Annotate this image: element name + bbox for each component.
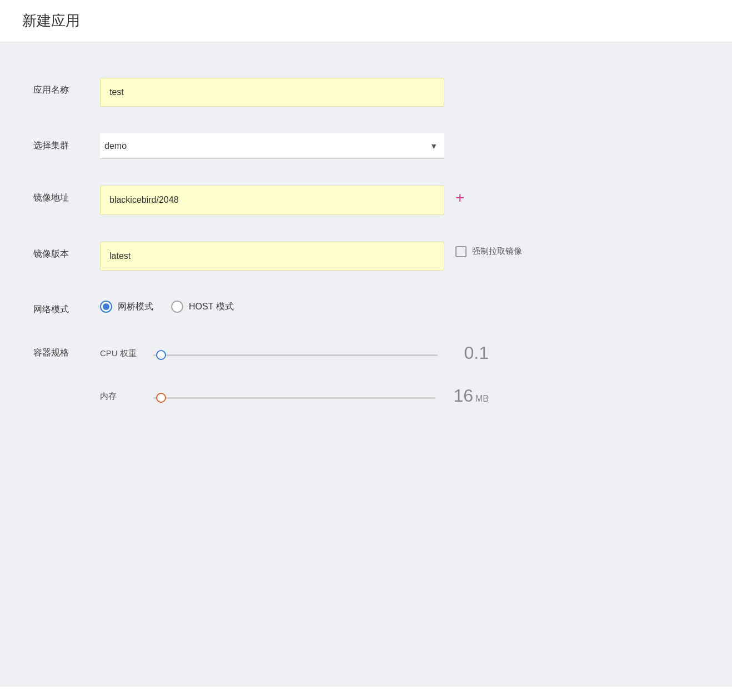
cpu-slider[interactable]	[153, 354, 438, 356]
spec-control: CPU 权重 0.1 内存	[100, 343, 489, 406]
cpu-spec-item: CPU 权重 0.1	[100, 343, 489, 363]
network-bridge-option[interactable]: 网桥模式	[100, 301, 153, 313]
version-label: 镜像版本	[33, 242, 100, 261]
host-radio-label: HOST 模式	[189, 301, 234, 313]
version-input[interactable]	[100, 242, 444, 271]
memory-label-text: 内存	[100, 391, 117, 401]
page-title: 新建应用	[22, 11, 710, 31]
image-extra: +	[444, 186, 464, 206]
memory-unit: MB	[475, 394, 489, 404]
cpu-value: 0.1	[455, 343, 489, 363]
version-extra: 强制拉取镜像	[444, 242, 522, 257]
image-row: 镜像地址 +	[0, 172, 732, 228]
force-pull-checkbox[interactable]	[455, 246, 467, 257]
app-name-row: 应用名称	[0, 64, 732, 120]
cpu-label: CPU 权重	[100, 347, 144, 359]
cluster-row: 选择集群 demo production staging ▼	[0, 120, 732, 172]
network-label: 网络模式	[33, 297, 100, 316]
version-row: 镜像版本 强制拉取镜像	[0, 228, 732, 284]
cpu-label-text: CPU 权重	[100, 348, 137, 358]
spec-label: 容器规格	[33, 343, 100, 359]
host-radio-icon[interactable]	[171, 301, 183, 313]
network-host-option[interactable]: HOST 模式	[171, 301, 234, 313]
force-pull-label[interactable]: 强制拉取镜像	[455, 246, 522, 257]
cluster-control: demo production staging ▼	[100, 133, 444, 159]
network-row: 网络模式 网桥模式 HOST 模式	[0, 284, 732, 329]
memory-value-group: 16 MB	[453, 386, 489, 406]
app-name-label: 应用名称	[33, 78, 100, 97]
spec-section: CPU 权重 0.1 内存	[100, 343, 489, 406]
image-control	[100, 186, 444, 214]
spec-row: 容器规格 CPU 权重 0.1	[0, 329, 732, 419]
cluster-label: 选择集群	[33, 133, 100, 152]
cpu-slider-wrapper	[153, 348, 438, 358]
memory-spec-item: 内存 16 MB	[100, 386, 489, 406]
memory-label: 内存	[100, 390, 144, 402]
page-body: 应用名称 选择集群 demo production staging ▼	[0, 42, 732, 687]
image-input[interactable]	[100, 186, 444, 214]
force-pull-text: 强制拉取镜像	[472, 246, 522, 257]
image-label: 镜像地址	[33, 186, 100, 204]
network-radio-group: 网桥模式 HOST 模式	[100, 297, 444, 313]
add-image-icon[interactable]: +	[455, 190, 464, 206]
version-control	[100, 242, 444, 271]
page-header: 新建应用	[0, 0, 732, 42]
network-control: 网桥模式 HOST 模式	[100, 297, 444, 313]
app-name-input[interactable]	[100, 78, 444, 107]
bridge-radio-label: 网桥模式	[118, 301, 153, 313]
bridge-radio-icon[interactable]	[100, 301, 112, 313]
memory-value: 16	[453, 386, 473, 406]
cluster-select[interactable]: demo production staging	[100, 133, 444, 159]
memory-slider[interactable]	[153, 397, 435, 399]
cluster-select-wrapper: demo production staging ▼	[100, 133, 444, 159]
memory-slider-wrapper	[153, 391, 435, 401]
app-name-control	[100, 78, 444, 107]
form-container: 应用名称 选择集群 demo production staging ▼	[0, 64, 732, 419]
